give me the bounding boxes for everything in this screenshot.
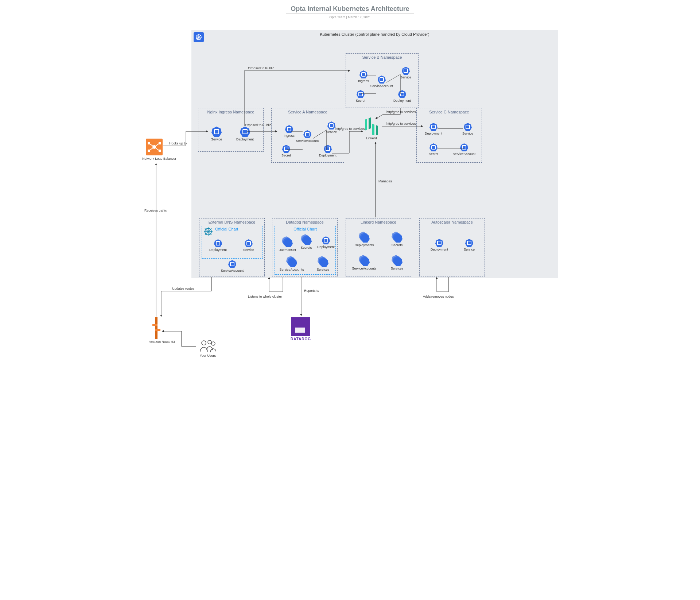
nginx-service: Service — [202, 127, 231, 141]
svg-rect-25 — [155, 329, 160, 331]
ns-service-c: Service C Namespace Deployment Service S… — [416, 108, 482, 163]
svg-text:Listens to whole cluster: Listens to whole cluster — [248, 295, 282, 298]
svg-point-27 — [208, 340, 211, 344]
linkerd-label: Linkerd — [366, 136, 377, 140]
ns-a-title: Service A Namespace — [272, 110, 344, 114]
nlb-label: Network Load Balancer — [142, 157, 168, 160]
ns-b-title: Service B Namespace — [346, 55, 418, 59]
svg-point-28 — [211, 342, 215, 345]
extdns-chart: Official Chart Deployment Service — [202, 226, 263, 259]
users-label: Your Users — [197, 354, 219, 357]
svg-rect-6 — [369, 117, 371, 129]
extdns-deployment: Deployment — [203, 239, 233, 252]
linkerd-services: Services — [382, 255, 412, 270]
ns-nginx-title: Nginx Ingress Namespace — [198, 110, 263, 114]
svg-rect-7 — [372, 124, 374, 135]
svg-rect-22 — [159, 150, 161, 152]
datadog-services: Services — [308, 256, 338, 271]
page-title: Opta Internal Kubernetes Architecture — [286, 0, 414, 14]
ns-nginx: Nginx Ingress Namespace Service Deployme… — [198, 108, 264, 152]
linkerd-svcaccts: ServiceAccounts — [350, 255, 379, 270]
svg-rect-5 — [365, 119, 367, 131]
svg-line-15 — [149, 143, 154, 147]
svc-c-deployment: Deployment — [419, 123, 448, 135]
ns-datadog-title: Datadog Namespace — [272, 220, 337, 224]
svg-text:Adds/removes nodes: Adds/removes nodes — [423, 295, 454, 298]
extdns-service: Service — [234, 239, 263, 252]
linkerd-icon — [363, 117, 381, 135]
svc-a-deployment: Deployment — [313, 145, 342, 157]
helm-icon — [203, 227, 213, 236]
svg-line-17 — [149, 147, 154, 151]
ns-c-title: Service C Namespace — [417, 110, 482, 114]
ns-datadog: Datadog Namespace Official Chart DaemonS… — [272, 218, 338, 276]
linkerd-secrets: Secrets — [382, 232, 412, 247]
svc-b-secret: Secret — [346, 90, 375, 102]
page-subtitle: Opta Team | March 17, 2021 — [131, 15, 569, 19]
nginx-deployment: Deployment — [230, 127, 260, 141]
svg-text:Hooks up to: Hooks up to — [169, 142, 187, 145]
svg-point-26 — [202, 341, 206, 345]
svg-rect-23 — [155, 317, 158, 339]
svg-rect-24 — [152, 324, 158, 326]
svc-a-service: Service — [317, 121, 346, 134]
extdns-chart-title: Official Chart — [215, 227, 238, 231]
ns-service-b: Service B Namespace Ingress ServiceAccou… — [346, 53, 419, 108]
ns-service-a: Service A Namespace Ingress ServiceAccou… — [271, 108, 344, 163]
ns-linkerd-title: Linkerd Namespace — [346, 220, 411, 224]
datadog-deployment: Deployment — [311, 236, 341, 249]
ns-auto-title: Autoscaler Namespace — [420, 220, 485, 224]
svc-c-service: Service — [453, 123, 482, 135]
datadog-icon: DATADOG — [288, 317, 314, 347]
svc-b-service: Service — [391, 67, 420, 79]
svc-a-secret: Secret — [272, 145, 301, 157]
aws-nlb-icon — [146, 139, 163, 155]
linkerd-deployments: Deployments — [350, 232, 379, 247]
svc-c-svcacct: ServiceAccount — [450, 143, 479, 156]
svg-line-16 — [154, 143, 159, 147]
r53-label: Amazon Route 53 — [149, 340, 167, 344]
datadog-svcaccts: ServiceAccounts — [277, 256, 306, 271]
ns-linkerd: Linkerd Namespace Deployments Secrets Se… — [346, 218, 411, 276]
svg-text:Receives traffic: Receives traffic — [144, 209, 167, 212]
ns-extdns-title: External DNS Namespace — [199, 220, 264, 224]
svg-text:Reports to: Reports to — [304, 289, 319, 293]
svg-rect-19 — [148, 142, 150, 144]
auto-service: Service — [455, 239, 484, 251]
svg-text:Updates routes: Updates routes — [172, 287, 195, 290]
svg-rect-20 — [159, 142, 161, 144]
datadog-label: DATADOG — [288, 337, 314, 341]
svc-c-secret: Secret — [419, 143, 448, 156]
auto-deployment: Deployment — [425, 239, 454, 251]
svg-rect-8 — [376, 125, 378, 135]
svg-line-18 — [154, 147, 159, 151]
svg-rect-21 — [148, 150, 150, 152]
datadog-chart: Official Chart DaemonSet Secrets Deploym… — [275, 226, 336, 275]
diagram-canvas: Opta Internal Kubernetes Architecture Op… — [131, 0, 569, 383]
route53-icon — [152, 317, 160, 339]
svc-b-deployment: Deployment — [388, 90, 417, 102]
ns-autoscaler: Autoscaler Namespace Deployment Service — [419, 218, 485, 276]
users-icon: Your Users — [197, 339, 219, 357]
datadog-chart-title: Official Chart — [275, 227, 335, 231]
cluster-title: Kubernetes Cluster (control plane handle… — [191, 32, 558, 36]
extdns-svcacct: ServiceAccount — [218, 260, 247, 272]
ns-externaldns: External DNS Namespace Official Chart De… — [199, 218, 265, 276]
